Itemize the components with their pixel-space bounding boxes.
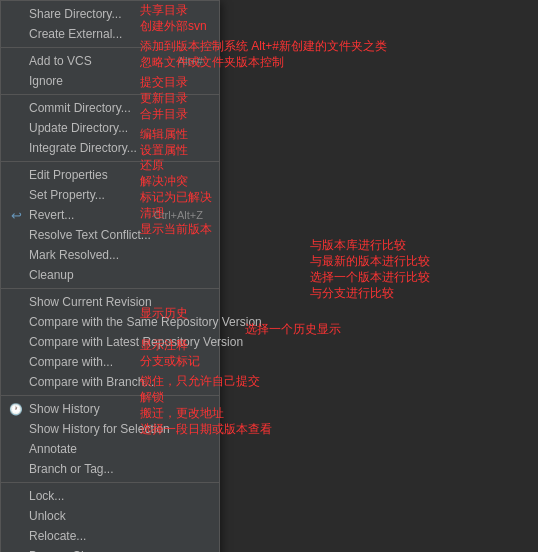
menu-item-set-property[interactable]: Set Property... <box>1 185 219 205</box>
menu-item-ignore[interactable]: Ignore <box>1 71 219 91</box>
menu-item-cleanup[interactable]: Cleanup <box>1 265 219 285</box>
compare-with-icon <box>7 353 25 371</box>
resolve-text-conflict-icon <box>7 226 25 244</box>
lock-icon <box>7 487 25 505</box>
update-directory-label: Update Directory... <box>29 121 128 135</box>
menu-item-mark-resolved[interactable]: Mark Resolved... <box>1 245 219 265</box>
menu-item-share-directory[interactable]: Share Directory... <box>1 4 219 24</box>
edit-properties-icon <box>7 166 25 184</box>
show-history-selection-label: Show History for Selection <box>29 422 170 436</box>
menu-item-compare-latest-repo[interactable]: Compare with Latest Repository Version <box>1 332 219 352</box>
menu-item-annotate[interactable]: Annotate <box>1 439 219 459</box>
revert-icon: ↩ <box>7 206 25 224</box>
menu-separator-separator5 <box>1 395 219 396</box>
ignore-icon <box>7 72 25 90</box>
menu-item-commit-directory[interactable]: Commit Directory... <box>1 98 219 118</box>
menu-item-lock[interactable]: Lock... <box>1 486 219 506</box>
show-current-revision-icon <box>7 293 25 311</box>
menu-item-branch-or-tag[interactable]: Branch or Tag... <box>1 459 219 479</box>
integrate-directory-label: Integrate Directory... <box>29 141 137 155</box>
menu-item-compare-with[interactable]: Compare with... <box>1 352 219 372</box>
unlock-icon <box>7 507 25 525</box>
revert-label: Revert... <box>29 208 74 222</box>
menu-separator-separator3 <box>1 161 219 162</box>
annotate-label: Annotate <box>29 442 77 456</box>
relocate-label: Relocate... <box>29 529 86 543</box>
integrate-directory-icon <box>7 139 25 157</box>
compare-branch-icon <box>7 373 25 391</box>
lock-label: Lock... <box>29 489 64 503</box>
branch-or-tag-label: Branch or Tag... <box>29 462 114 476</box>
resolve-text-conflict-label: Resolve Text Conflict... <box>29 228 151 242</box>
menu-item-unlock[interactable]: Unlock <box>1 506 219 526</box>
menu-item-create-external[interactable]: Create External... <box>1 24 219 44</box>
share-directory-icon <box>7 5 25 23</box>
menu-item-compare-same-repo[interactable]: Compare with the Same Repository Version <box>1 312 219 332</box>
menu-item-add-to-vcs[interactable]: Add to VCSAlt+# <box>1 51 219 71</box>
menu-item-show-history[interactable]: 🕐Show History <box>1 399 219 419</box>
menu-item-integrate-directory[interactable]: Integrate Directory... <box>1 138 219 158</box>
show-history-selection-icon <box>7 420 25 438</box>
ann-compare-with: 选择一个版本进行比较 <box>310 269 430 286</box>
revert-shortcut: Ctrl+Alt+Z <box>133 209 203 221</box>
browse-changes-icon <box>7 547 25 552</box>
add-to-vcs-icon <box>7 52 25 70</box>
menu-separator-separator2 <box>1 94 219 95</box>
mark-resolved-label: Mark Resolved... <box>29 248 119 262</box>
compare-branch-label: Compare with Branch... <box>29 375 154 389</box>
create-external-label: Create External... <box>29 27 122 41</box>
show-current-revision-label: Show Current Revision <box>29 295 152 309</box>
menu-item-show-history-selection[interactable]: Show History for Selection <box>1 419 219 439</box>
menu-separator-separator1 <box>1 47 219 48</box>
ann-compare-latest: 与最新的版本进行比较 <box>310 253 430 270</box>
ann-compare-branch: 与分支进行比较 <box>310 285 394 302</box>
set-property-label: Set Property... <box>29 188 105 202</box>
annotate-icon <box>7 440 25 458</box>
compare-same-repo-label: Compare with the Same Repository Version <box>29 315 262 329</box>
add-to-vcs-label: Add to VCS <box>29 54 92 68</box>
context-menu: Share Directory...Create External...Add … <box>0 0 220 552</box>
show-history-label: Show History <box>29 402 100 416</box>
add-to-vcs-shortcut: Alt+# <box>158 55 203 67</box>
menu-item-update-directory[interactable]: Update Directory... <box>1 118 219 138</box>
menu-separator-separator6 <box>1 482 219 483</box>
ignore-label: Ignore <box>29 74 63 88</box>
share-directory-label: Share Directory... <box>29 7 121 21</box>
compare-latest-repo-icon <box>7 333 25 351</box>
show-history-icon: 🕐 <box>7 400 25 418</box>
cleanup-icon <box>7 266 25 284</box>
compare-with-label: Compare with... <box>29 355 113 369</box>
edit-properties-label: Edit Properties <box>29 168 108 182</box>
commit-directory-label: Commit Directory... <box>29 101 131 115</box>
menu-item-browse-changes[interactable]: Browse Changes... <box>1 546 219 552</box>
set-property-icon <box>7 186 25 204</box>
menu-item-resolve-text-conflict[interactable]: Resolve Text Conflict... <box>1 225 219 245</box>
menu-item-relocate[interactable]: Relocate... <box>1 526 219 546</box>
menu-item-show-current-revision[interactable]: Show Current Revision <box>1 292 219 312</box>
compare-same-repo-icon <box>7 313 25 331</box>
menu-item-edit-properties[interactable]: Edit Properties <box>1 165 219 185</box>
unlock-label: Unlock <box>29 509 66 523</box>
menu-item-revert[interactable]: ↩Revert...Ctrl+Alt+Z <box>1 205 219 225</box>
menu-item-compare-branch[interactable]: Compare with Branch... <box>1 372 219 392</box>
create-external-icon <box>7 25 25 43</box>
branch-or-tag-icon <box>7 460 25 478</box>
relocate-icon <box>7 527 25 545</box>
compare-latest-repo-label: Compare with Latest Repository Version <box>29 335 243 349</box>
commit-directory-icon <box>7 99 25 117</box>
update-directory-icon <box>7 119 25 137</box>
cleanup-label: Cleanup <box>29 268 74 282</box>
ann-compare-same: 与版本库进行比较 <box>310 237 406 254</box>
menu-separator-separator4 <box>1 288 219 289</box>
mark-resolved-icon <box>7 246 25 264</box>
